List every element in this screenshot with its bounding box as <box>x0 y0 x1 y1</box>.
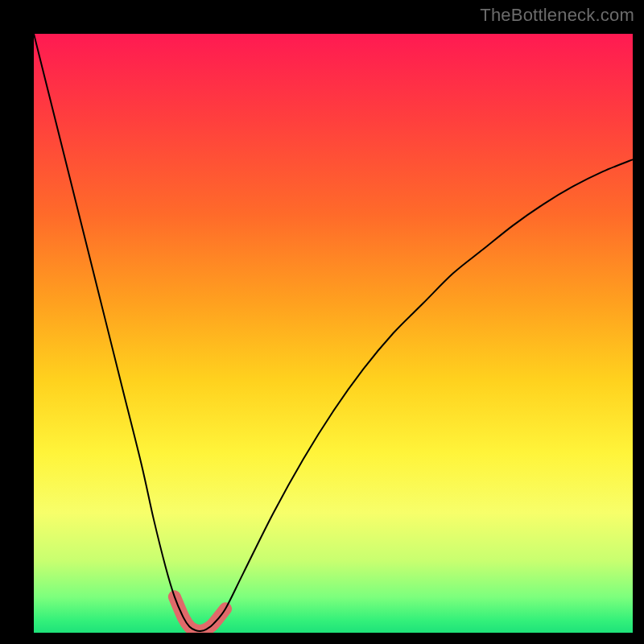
chart-stage: TheBottleneck.com <box>0 0 644 644</box>
plot-area <box>34 34 633 633</box>
bottleneck-curve <box>34 34 633 631</box>
attribution-text: TheBottleneck.com <box>480 5 634 26</box>
curve-layer <box>34 34 633 633</box>
